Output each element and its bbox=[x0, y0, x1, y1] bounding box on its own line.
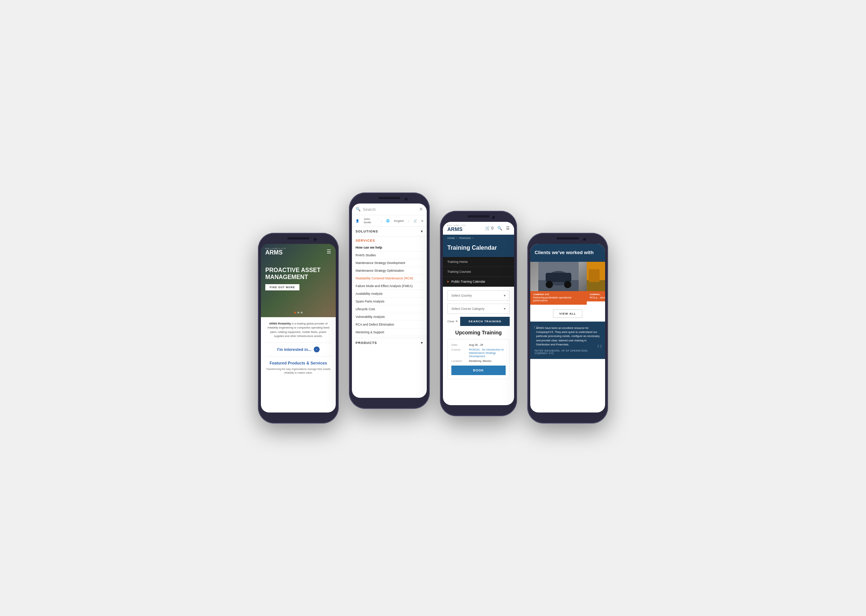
user-name: John Smith bbox=[364, 217, 376, 224]
features-title: Featured Products & Services bbox=[265, 361, 331, 365]
arms-logo-3: RELIABILITY ARMS bbox=[447, 225, 466, 232]
phone-4-screen: Clients we've worked with bbox=[530, 244, 605, 413]
body-text: ARMS Reliability is a leading global pro… bbox=[265, 322, 331, 338]
phone-1-hero: RELIABILITY ARMS ☰ PROACTIVE ASSET MANAG… bbox=[261, 244, 336, 317]
close-icon[interactable]: ✕ bbox=[419, 206, 423, 212]
cart-icon-3[interactable]: 🛒 0 bbox=[485, 226, 494, 231]
view-all-section: VIEW ALL bbox=[530, 306, 605, 322]
company-2-desc: RCA p... develo... oversi... bbox=[590, 296, 605, 299]
mining-image-1 bbox=[530, 262, 587, 291]
menu-item-rams[interactable]: RAMS Studies bbox=[352, 251, 427, 259]
course-label: Course: bbox=[451, 348, 466, 358]
topbar-icons: 🛒 0 🔍 ☰ bbox=[485, 226, 510, 231]
menu-item-vulnerability[interactable]: Vulnerability Analysis bbox=[352, 313, 427, 321]
menu-item-rca[interactable]: RCA and Defect Elimination bbox=[352, 321, 427, 328]
search-icon-3[interactable]: 🔍 bbox=[497, 226, 502, 231]
nav-item-public-calendar[interactable]: Public Training Calendar bbox=[443, 277, 514, 287]
search-input[interactable]: Search bbox=[363, 207, 417, 212]
client-card-1-label: COMPANY XYZ Delivering predictable opera… bbox=[530, 291, 587, 305]
date-label: Date: bbox=[451, 343, 466, 347]
cta-section[interactable]: I'm interested in... › bbox=[265, 343, 331, 357]
upcoming-training-title: Upcoming Training bbox=[447, 330, 510, 335]
mining-image-2 bbox=[587, 262, 605, 291]
company-2-name: COMPAN... bbox=[590, 293, 605, 295]
client-cards-row: COMPANY XYZ Delivering predictable opera… bbox=[530, 262, 605, 306]
hamburger-icon[interactable]: ☰ bbox=[327, 248, 331, 255]
menu-item-spare-parts[interactable]: Spare Parts Analysis bbox=[352, 298, 427, 305]
dot-2 bbox=[298, 312, 299, 313]
hero-title: PROACTIVE ASSET MANAGEMENT bbox=[265, 267, 331, 281]
menu-item-fmea[interactable]: Failure Mode and Effect Analysis (FMEA) bbox=[352, 282, 427, 290]
find-out-more-button[interactable]: FIND OUT MORE bbox=[265, 284, 299, 291]
globe-icon: 🌐 bbox=[386, 219, 390, 223]
scene: RELIABILITY ARMS ☰ PROACTIVE ASSET MANAG… bbox=[243, 171, 623, 445]
menu-item-maintenance-strategy-dev[interactable]: Maintenance Strategy Development bbox=[352, 259, 427, 267]
phone-3: RELIABILITY ARMS 🛒 0 🔍 ☰ HOME › TRAINING… bbox=[440, 211, 517, 416]
testimonial-text: ARMS have been an excellent resource for… bbox=[535, 326, 601, 347]
course-value[interactable]: RCM101 - An Introduction to Maintenance … bbox=[469, 348, 505, 358]
select-category[interactable]: Select Course Category ▾ bbox=[447, 303, 510, 314]
phone-2: 🔍 Search ✕ 👤 John Smith | 🌐 English | 🛒 … bbox=[349, 193, 430, 409]
chevron-category: ▾ bbox=[504, 307, 505, 311]
company-1-desc: Delivering predictable operational perfo… bbox=[533, 296, 584, 303]
phone-4: Clients we've worked with bbox=[527, 233, 608, 423]
chevron-down-icon-products: ▾ bbox=[421, 341, 423, 345]
menu-item-availability[interactable]: Availability Analysis bbox=[352, 290, 427, 298]
cart-count: 0 bbox=[422, 219, 423, 223]
user-icon: 👤 bbox=[356, 219, 359, 223]
testimonial-author: PETER WASHBURN, VP OF OPERATIONS, COMPAN… bbox=[535, 349, 601, 355]
location-label: Location: bbox=[451, 359, 466, 363]
client-card-2: COMPAN... RCA p... develo... oversi... bbox=[587, 262, 605, 306]
search-training-button[interactable]: SEARCH TRAINING bbox=[460, 317, 510, 326]
phone-3-topbar: RELIABILITY ARMS 🛒 0 🔍 ☰ bbox=[443, 222, 514, 235]
phone-1-nav: RELIABILITY ARMS ☰ bbox=[261, 244, 336, 259]
date-value: Aug 28 - 29 bbox=[469, 343, 483, 347]
chevron-down-icon: ▾ bbox=[421, 229, 423, 233]
breadcrumb: HOME › TRAINING › bbox=[443, 235, 514, 242]
chevron-country: ▾ bbox=[504, 294, 505, 297]
location-value: Monterrey, Mexico bbox=[469, 359, 491, 363]
menu-item-rcm[interactable]: Realiability Centered Maintenance (RCM) bbox=[352, 275, 427, 282]
menu-item-mentoring[interactable]: Mentoring & Support bbox=[352, 328, 427, 336]
phone-4-hero: Clients we've worked with bbox=[530, 244, 605, 262]
search-icon: 🔍 bbox=[356, 207, 361, 212]
cta-label: I'm interested in... bbox=[277, 347, 311, 352]
cta-arrow-icon: › bbox=[314, 347, 320, 352]
clients-title: Clients we've worked with bbox=[535, 250, 601, 256]
solutions-header[interactable]: SOLUTIONS ▾ bbox=[352, 226, 427, 237]
menu-icon-3[interactable]: ☰ bbox=[506, 226, 510, 231]
svg-rect-3 bbox=[546, 273, 572, 282]
phone-2-screen: 🔍 Search ✕ 👤 John Smith | 🌐 English | 🛒 … bbox=[352, 203, 427, 398]
company-1-name: COMPANY XYZ bbox=[533, 293, 584, 295]
view-all-button[interactable]: VIEW ALL bbox=[553, 310, 583, 318]
user-bar: 👤 John Smith | 🌐 English | 🛒 0 bbox=[352, 215, 427, 226]
breadcrumb-home[interactable]: HOME bbox=[447, 237, 455, 239]
breadcrumb-sep-2: › bbox=[472, 237, 473, 239]
training-course-row: Course: RCM101 - An Introduction to Main… bbox=[451, 348, 505, 358]
training-date-row: Date: Aug 28 - 29 bbox=[451, 343, 505, 347]
phone-1-body: ARMS Reliability is a leading global pro… bbox=[261, 317, 336, 379]
phone-1: RELIABILITY ARMS ☰ PROACTIVE ASSET MANAG… bbox=[258, 233, 339, 423]
menu-item-how-can-we-help[interactable]: How can we help bbox=[352, 244, 427, 251]
nav-item-training-courses[interactable]: Training Courses bbox=[443, 267, 514, 277]
menu-item-lifecycle[interactable]: Lifecycle Cost bbox=[352, 305, 427, 313]
training-nav-menu: Training Home Training Courses Public Tr… bbox=[443, 257, 514, 287]
select-country[interactable]: Select Country ▾ bbox=[447, 291, 510, 301]
clear-button[interactable]: Clear ✕ bbox=[447, 320, 458, 323]
search-bar[interactable]: 🔍 Search ✕ bbox=[352, 203, 427, 215]
phone-1-hero-content: PROACTIVE ASSET MANAGEMENT FIND OUT MORE bbox=[261, 259, 336, 298]
menu-item-maintenance-strategy-opt[interactable]: Maintenance Strategy Optimization bbox=[352, 267, 427, 275]
nav-item-training-home[interactable]: Training Home bbox=[443, 257, 514, 267]
breadcrumb-training[interactable]: TRAINING bbox=[459, 237, 471, 239]
training-location-row: Location: Monterrey, Mexico bbox=[451, 359, 505, 363]
testimonial-section: " ARMS have been an excellent resource f… bbox=[530, 322, 605, 359]
products-header[interactable]: PRODUCTS ▾ bbox=[352, 338, 427, 347]
svg-point-4 bbox=[546, 281, 553, 288]
breadcrumb-sep-1: › bbox=[457, 237, 457, 239]
title-section: Training Calendar bbox=[443, 242, 514, 257]
training-card: Date: Aug 28 - 29 Course: RCM101 - An In… bbox=[447, 339, 510, 379]
book-button[interactable]: BOOK bbox=[451, 366, 505, 375]
arms-logo: RELIABILITY ARMS bbox=[265, 247, 287, 256]
dot-3 bbox=[301, 312, 303, 313]
cart-icon: 🛒 bbox=[414, 219, 417, 223]
